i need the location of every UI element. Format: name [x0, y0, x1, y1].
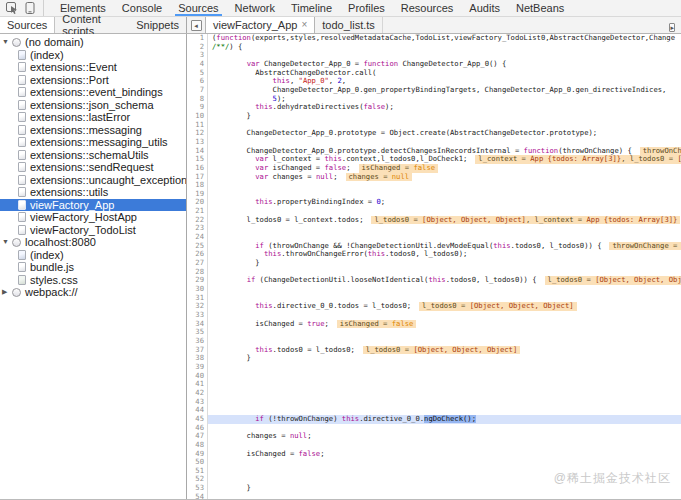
tree-item-index[interactable]: (index) [0, 249, 186, 262]
code-text[interactable]: this.dehydrateDirectives(false); [208, 103, 681, 112]
code-text[interactable] [208, 190, 681, 199]
code-text[interactable] [208, 493, 681, 499]
tree-item-extensions-json-schema[interactable]: extensions::json_schema [0, 99, 186, 112]
code-text[interactable]: ChangeDetector_App_0.prototype = Object.… [208, 129, 681, 138]
code-editor[interactable]: 1(function(exports,styles,resolvedMetada… [187, 34, 681, 499]
code-text[interactable]: isChanged = true;isChanged = false [208, 320, 681, 329]
tree-item-extensions-port[interactable]: extensions::Port [0, 74, 186, 87]
code-text[interactable] [208, 51, 681, 60]
code-text[interactable] [208, 424, 681, 433]
line-number[interactable]: 6 [187, 77, 208, 86]
navigator-tab-content-scripts[interactable]: Content scripts [55, 17, 129, 33]
code-text[interactable]: if (ChangeDetectionUtil.looseNotIdentica… [208, 276, 681, 285]
line-number[interactable]: 4 [187, 60, 208, 69]
code-text[interactable] [208, 285, 681, 294]
navigator-tab-snippets[interactable]: Snippets [129, 17, 186, 33]
code-text[interactable] [208, 380, 681, 389]
code-text[interactable]: isChanged = false; [208, 450, 681, 459]
tree-item-extensions-event[interactable]: extensions::Event [0, 61, 186, 74]
code-text[interactable]: this, "App_0", 2, [208, 77, 681, 86]
tree-item-localhost-8080[interactable]: ▼localhost:8080 [0, 236, 186, 249]
line-number[interactable]: 54 [187, 493, 208, 499]
tree-item-styles-css[interactable]: styles.css [0, 274, 186, 287]
code-text[interactable] [208, 398, 681, 407]
code-text[interactable] [208, 458, 681, 467]
code-text[interactable] [208, 475, 681, 484]
close-tab-icon[interactable]: × [301, 20, 307, 30]
panel-tab-profiles[interactable]: Profiles [340, 0, 393, 16]
panel-tab-netbeans[interactable]: NetBeans [508, 0, 572, 16]
navigator-tab-sources[interactable]: Sources [0, 17, 55, 33]
code-text[interactable] [208, 138, 681, 147]
code-text[interactable] [208, 294, 681, 303]
line-number[interactable]: 1 [187, 34, 208, 43]
line-number[interactable]: 8 [187, 95, 208, 104]
tree-item-extensions-lasterror[interactable]: extensions::lastError [0, 111, 186, 124]
device-toolbar-icon[interactable] [25, 2, 35, 14]
code-text[interactable] [208, 406, 681, 415]
code-text[interactable] [208, 181, 681, 190]
chevron-right-icon[interactable]: ▶ [2, 286, 12, 299]
code-text[interactable]: var ChangeDetector_App_0 = function Chan… [208, 60, 681, 69]
tree-item-no-domain[interactable]: ▼(no domain) [0, 36, 186, 49]
code-text[interactable] [208, 389, 681, 398]
code-text[interactable]: } [208, 259, 681, 268]
tree-item-viewfactory-app[interactable]: viewFactory_App [0, 199, 186, 212]
tree-item-bundle-js[interactable]: bundle.js [0, 261, 186, 274]
chevron-down-icon[interactable]: ▼ [2, 236, 12, 249]
tree-item-extensions-messaging-utils[interactable]: extensions::messaging_utils [0, 136, 186, 149]
panel-tab-sources[interactable]: Sources [170, 0, 226, 16]
code-text[interactable] [208, 268, 681, 277]
file-tab-todo-list-ts[interactable]: todo_list.ts [315, 17, 383, 33]
code-text[interactable]: } [208, 354, 681, 363]
code-text[interactable] [208, 441, 681, 450]
inspect-element-icon[interactable] [6, 2, 18, 14]
tab-overflow-icon[interactable]: ▸ [669, 16, 675, 34]
tree-item-index[interactable]: (index) [0, 49, 186, 62]
panel-tab-elements[interactable]: Elements [52, 0, 114, 16]
code-text[interactable]: } [208, 484, 681, 493]
code-text[interactable] [208, 372, 681, 381]
code-text[interactable] [208, 233, 681, 242]
code-text[interactable]: this.directive_0_0.todos = l_todos0;l_to… [208, 302, 681, 311]
file-tab-viewfactory-app[interactable]: viewFactory_App× [205, 17, 315, 33]
line-number[interactable]: 2 [187, 43, 208, 52]
panel-tab-audits[interactable]: Audits [461, 0, 508, 16]
code-text[interactable] [208, 121, 681, 130]
tree-item-viewfactory-todolist[interactable]: viewFactory_TodoList [0, 224, 186, 237]
code-text[interactable] [208, 363, 681, 372]
code-text[interactable]: l_todos0 = l_context.todos;l_todos0 = [O… [208, 216, 681, 225]
tree-item-extensions-messaging[interactable]: extensions::messaging [0, 124, 186, 137]
tree-item-viewfactory-hostapp[interactable]: viewFactory_HostApp [0, 211, 186, 224]
code-text[interactable]: ChangeDetector_App_0.prototype.detectCha… [208, 147, 681, 156]
tree-item-extensions-sendrequest[interactable]: extensions::sendRequest [0, 161, 186, 174]
code-text[interactable]: AbstractChangeDetector.call( [208, 69, 681, 78]
hide-navigator-icon[interactable]: ◂ [187, 17, 205, 33]
code-text[interactable]: ChangeDetector_App_0.gen_propertyBinding… [208, 86, 681, 95]
chevron-down-icon[interactable]: ▼ [2, 36, 12, 49]
code-text[interactable]: var l_context = this.context,l_todos0,l_… [208, 155, 681, 164]
code-text[interactable]: var isChanged = false;isChanged = false [208, 164, 681, 173]
code-text[interactable]: } [208, 112, 681, 121]
code-text[interactable]: if (!throwOnChange) this.directive_0_0.n… [208, 415, 681, 424]
panel-tab-resources[interactable]: Resources [393, 0, 462, 16]
line-number[interactable]: 3 [187, 51, 208, 60]
code-text[interactable]: 5); [208, 95, 681, 104]
code-text[interactable]: if (throwOnChange && !ChangeDetectionUti… [208, 242, 681, 251]
code-text[interactable]: this.todos0 = l_todos0;l_todos0 = [Objec… [208, 346, 681, 355]
code-text[interactable]: var changes = null;changes = null [208, 173, 681, 182]
tree-item-extensions-utils[interactable]: extensions::utils [0, 186, 186, 199]
code-text[interactable] [208, 337, 681, 346]
panel-tab-timeline[interactable]: Timeline [283, 0, 340, 16]
code-text[interactable] [208, 328, 681, 337]
panel-tab-network[interactable]: Network [227, 0, 283, 16]
code-text[interactable] [208, 467, 681, 476]
code-text[interactable]: (function(exports,styles,resolvedMetadat… [208, 34, 681, 43]
tree-item-webpack[interactable]: ▶webpack:// [0, 286, 186, 299]
code-text[interactable] [208, 207, 681, 216]
line-number[interactable]: 5 [187, 69, 208, 78]
tree-item-extensions-uncaught-exception-handler[interactable]: extensions::uncaught_exception_handler [0, 174, 186, 187]
code-text[interactable]: this.propertyBindingIndex = 0; [208, 198, 681, 207]
panel-tab-console[interactable]: Console [114, 0, 170, 16]
code-text[interactable] [208, 224, 681, 233]
